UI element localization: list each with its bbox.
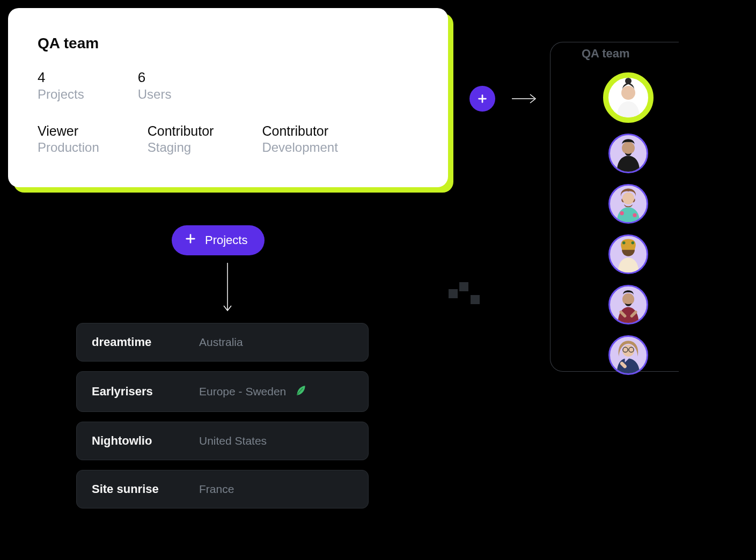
project-item-site-sunrise[interactable]: Site sunrise France: [76, 470, 369, 509]
projects-button-label: Projects: [205, 233, 247, 247]
svg-point-7: [625, 78, 632, 84]
project-region: Europe - Sweden: [199, 385, 286, 398]
team-card: QA team 4 Projects 6 Users Viewer Produc…: [8, 8, 448, 187]
role-contributor-staging: Contributor Staging: [148, 123, 214, 155]
project-name: Nightowlio: [92, 434, 199, 448]
svg-point-9: [622, 193, 634, 204]
stat-value: 4: [38, 69, 84, 86]
team-panel-title: QA team: [551, 47, 630, 61]
stats-row: 4 Projects 6 Users: [38, 69, 419, 102]
team-panel: QA team: [550, 42, 679, 372]
role-env: Staging: [148, 140, 214, 155]
role-name: Viewer: [38, 123, 99, 139]
svg-point-14: [631, 241, 634, 245]
stat-users: 6 Users: [138, 69, 172, 102]
role-env: Production: [38, 140, 99, 155]
project-name: Site sunrise: [92, 482, 199, 496]
project-item-nightowlio[interactable]: Nightowlio United States: [76, 422, 369, 460]
leaf-icon: [286, 384, 307, 400]
stat-label: Projects: [38, 87, 84, 102]
avatar[interactable]: [608, 184, 648, 224]
avatar[interactable]: [608, 285, 648, 325]
team-title: QA team: [38, 35, 419, 52]
role-contributor-development: Contributor Development: [262, 123, 337, 155]
stat-label: Users: [138, 87, 172, 102]
project-region: Australia: [199, 336, 243, 349]
add-projects-button[interactable]: Projects: [172, 225, 265, 255]
avatars-list: [603, 72, 654, 375]
avatar[interactable]: [603, 72, 654, 123]
roles-row: Viewer Production Contributor Staging Co…: [38, 123, 419, 155]
svg-point-8: [622, 142, 635, 154]
role-env: Development: [262, 140, 337, 155]
svg-point-6: [621, 86, 635, 100]
add-user-button[interactable]: [469, 86, 495, 112]
project-region: France: [199, 483, 234, 496]
role-viewer: Viewer Production: [38, 123, 99, 155]
project-name: Earlyrisers: [92, 385, 199, 399]
plus-icon: [185, 233, 196, 248]
role-name: Contributor: [148, 123, 214, 139]
project-item-earlyrisers[interactable]: Earlyrisers Europe - Sweden: [76, 371, 369, 412]
role-name: Contributor: [262, 123, 337, 139]
svg-point-13: [622, 241, 625, 245]
project-region: United States: [199, 434, 267, 447]
svg-point-11: [633, 213, 636, 217]
project-item-dreamtime[interactable]: dreamtime Australia: [76, 323, 369, 362]
avatar[interactable]: [608, 335, 648, 375]
svg-point-10: [620, 211, 623, 215]
avatar[interactable]: [608, 234, 648, 274]
arrow-right-icon: [511, 92, 538, 108]
project-name: dreamtime: [92, 335, 199, 349]
svg-point-16: [622, 345, 634, 357]
stat-projects: 4 Projects: [38, 69, 84, 102]
projects-list: dreamtime Australia Earlyrisers Europe -…: [76, 323, 369, 509]
stat-value: 6: [138, 69, 172, 86]
svg-point-15: [622, 293, 634, 305]
arrow-down-icon: [222, 263, 233, 316]
avatar[interactable]: [608, 134, 648, 173]
plus-icon: [476, 93, 488, 105]
